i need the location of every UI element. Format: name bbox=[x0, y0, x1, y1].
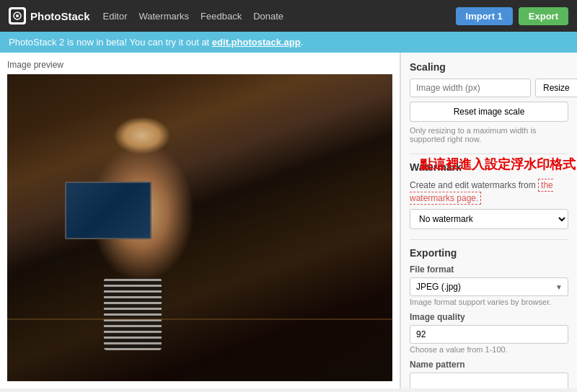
logo-area: PhotoStack bbox=[9, 7, 90, 24]
exporting-title: Exporting bbox=[410, 247, 568, 259]
table-line bbox=[7, 318, 392, 320]
name-pattern-label: Name pattern bbox=[410, 360, 568, 370]
nav-donate[interactable]: Donate bbox=[253, 11, 283, 22]
header-right: Import 1 Export bbox=[456, 7, 568, 25]
scaling-section: Scaling Resize Reset image scale Only re… bbox=[410, 61, 568, 143]
right-panel: Scaling Resize Reset image scale Only re… bbox=[400, 53, 577, 388]
shirt-stripes bbox=[104, 278, 162, 350]
banner-message: PhotoStack 2 is now in beta! You can try… bbox=[9, 37, 212, 48]
laptop-screen bbox=[66, 183, 150, 238]
banner: PhotoStack 2 is now in beta! You can try… bbox=[0, 32, 577, 53]
watermark-section: Watermark 點這裡進入設定浮水印格式 Create and edit w… bbox=[410, 161, 568, 229]
file-format-hint: Image format support varies by browser. bbox=[410, 298, 568, 306]
width-row: Resize bbox=[410, 79, 568, 97]
header-left: PhotoStack Editor Watermarks Feedback Do… bbox=[9, 7, 283, 24]
image-quality-hint: Choose a value from 1-100. bbox=[410, 345, 568, 354]
image-width-input[interactable] bbox=[410, 79, 531, 97]
nav-items: Editor Watermarks Feedback Donate bbox=[103, 11, 284, 22]
image-quality-label: Image quality bbox=[410, 312, 568, 322]
reset-scale-button[interactable]: Reset image scale bbox=[410, 102, 568, 122]
nav-feedback[interactable]: Feedback bbox=[201, 11, 242, 22]
file-format-select[interactable]: JPEG (.jpg) PNG (.png) WebP (.webp) bbox=[410, 277, 568, 296]
laptop-area bbox=[65, 182, 151, 239]
file-format-wrapper: JPEG (.jpg) PNG (.png) WebP (.webp) ▼ bbox=[410, 277, 568, 296]
export-button[interactable]: Export bbox=[519, 7, 568, 25]
exporting-section: Exporting File format JPEG (.jpg) PNG (.… bbox=[410, 247, 568, 388]
watermark-title: Watermark bbox=[410, 161, 568, 173]
preview-title: Image preview bbox=[7, 60, 392, 70]
import-button[interactable]: Import 1 bbox=[456, 7, 513, 25]
scaling-hint: Only resizing to a maximum width is supp… bbox=[410, 126, 568, 143]
resize-button[interactable]: Resize bbox=[535, 79, 577, 97]
watermark-create-text: Create and edit watermarks from the wate… bbox=[410, 179, 568, 205]
nav-watermarks[interactable]: Watermarks bbox=[138, 11, 189, 22]
preview-image bbox=[7, 74, 392, 381]
main-content: Image preview Scaling Resize Reset image… bbox=[0, 53, 577, 388]
nav-editor[interactable]: Editor bbox=[103, 11, 128, 22]
create-text-before: Create and edit watermarks from bbox=[410, 180, 538, 190]
photo-background bbox=[7, 74, 392, 381]
name-pattern-input[interactable] bbox=[410, 373, 568, 388]
scaling-title: Scaling bbox=[410, 61, 568, 73]
file-format-label: File format bbox=[410, 264, 568, 275]
watermark-select[interactable]: No watermark bbox=[410, 209, 568, 229]
image-quality-input[interactable] bbox=[410, 325, 568, 344]
divider-1 bbox=[410, 153, 568, 154]
logo-icon bbox=[9, 7, 26, 24]
preview-panel: Image preview bbox=[0, 53, 400, 388]
svg-point-2 bbox=[16, 14, 19, 17]
divider-2 bbox=[410, 239, 568, 240]
logo-text: PhotoStack bbox=[30, 10, 90, 22]
banner-link[interactable]: edit.photostack.app bbox=[212, 37, 301, 48]
header: PhotoStack Editor Watermarks Feedback Do… bbox=[0, 0, 577, 32]
